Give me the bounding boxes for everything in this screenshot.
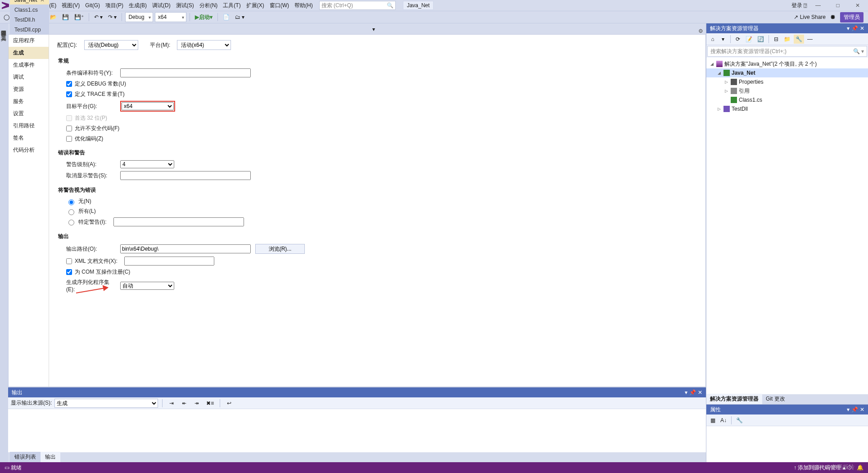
output-next-button[interactable]: ↠ bbox=[192, 398, 202, 408]
output-source-select[interactable]: 生成 bbox=[54, 399, 158, 408]
se-sync-button[interactable]: ⟳ bbox=[733, 35, 742, 44]
tab-output[interactable]: 输出 bbox=[41, 452, 60, 462]
panel-close-icon[interactable]: ✕ bbox=[698, 389, 702, 396]
output-path-input[interactable] bbox=[120, 244, 251, 253]
menu-工具(T)[interactable]: 工具(T) bbox=[220, 1, 243, 9]
window-close-button[interactable]: ✕ bbox=[849, 0, 866, 10]
sidenav-引用路径[interactable]: 引用路径 bbox=[9, 120, 49, 132]
tree-Properties[interactable]: ▷Properties bbox=[706, 77, 868, 86]
start-debug-button[interactable]: ▶ 启动 ▾ bbox=[193, 12, 214, 22]
doc-tab-TestDll.cpp[interactable]: TestDll.cpp bbox=[10, 24, 49, 34]
se-switch-view-button[interactable]: ▾ bbox=[719, 35, 728, 44]
menu-扩展(X)[interactable]: 扩展(X) bbox=[244, 1, 267, 9]
treat-specific-input[interactable] bbox=[113, 217, 244, 226]
tree-Java_Net[interactable]: ◢Java_Net bbox=[706, 68, 868, 77]
solution-explorer-search[interactable]: 搜索解决方案资源管理器(Ctrl+;) 🔍 ▾ bbox=[707, 46, 867, 57]
save-button[interactable]: 💾 bbox=[60, 12, 71, 22]
pp-categorize-button[interactable]: ▦ bbox=[708, 416, 717, 425]
window-maximize-button[interactable]: □ bbox=[829, 0, 846, 10]
menu-Git(G)[interactable]: Git(G) bbox=[82, 1, 103, 9]
undo-button[interactable]: ↶ ▾ bbox=[92, 12, 104, 22]
sidenav-应用程序[interactable]: 应用程序 bbox=[9, 35, 49, 47]
platform-combo[interactable]: x64 bbox=[155, 12, 186, 22]
sidenav-生成事件[interactable]: 生成事件 bbox=[9, 59, 49, 71]
se-show-all-button[interactable]: 📁 bbox=[782, 35, 792, 44]
sidenav-代码分析[interactable]: 代码分析 bbox=[9, 144, 49, 156]
menu-帮助(H)[interactable]: 帮助(H) bbox=[292, 1, 316, 9]
tree-Class1.cs[interactable]: Class1.cs bbox=[706, 95, 868, 104]
treat-none-radio[interactable]: 无(N) bbox=[66, 198, 697, 205]
output-prev-button[interactable]: ↞ bbox=[179, 398, 189, 408]
optimize-check[interactable]: 优化编码(Z) bbox=[66, 135, 697, 143]
sidenav-签名[interactable]: 签名 bbox=[9, 132, 49, 144]
se-collapse-button[interactable]: ⊟ bbox=[772, 35, 781, 44]
toolbar-btn-a[interactable]: 📄 bbox=[221, 12, 231, 22]
panel-pin-icon[interactable]: 📌 bbox=[689, 389, 696, 396]
tree-TestDll[interactable]: ▷TestDll bbox=[706, 104, 868, 113]
treat-all-radio[interactable]: 所有(L) bbox=[66, 207, 697, 215]
serialization-select[interactable]: 自动 bbox=[120, 282, 174, 290]
browse-button[interactable]: 浏览(R)... bbox=[255, 244, 305, 254]
pp-close-icon[interactable]: ✕ bbox=[860, 406, 864, 413]
se-properties-button[interactable]: 🔧 bbox=[794, 35, 804, 44]
tab-settings-icon[interactable]: ⚙ bbox=[698, 28, 703, 34]
tree-引用[interactable]: ▷引用 bbox=[706, 86, 868, 95]
menu-测试(S)[interactable]: 测试(S) bbox=[173, 1, 197, 9]
target-platform-select[interactable]: x64 bbox=[122, 102, 174, 110]
open-button[interactable]: 📂 bbox=[48, 12, 59, 22]
tree-解决方案"Java_Net"(2 个项目, 共 2 个)[interactable]: ◢解决方案"Java_Net"(2 个项目, 共 2 个) bbox=[706, 59, 868, 68]
solution-tree[interactable]: ◢解决方案"Java_Net"(2 个项目, 共 2 个)◢Java_Net▷P… bbox=[706, 58, 868, 394]
properties-grid[interactable] bbox=[706, 426, 868, 462]
doc-tab-Class1.cs[interactable]: Class1.cs bbox=[10, 5, 49, 14]
warn-level-select[interactable]: 4 bbox=[120, 160, 174, 168]
close-icon[interactable]: ✕ bbox=[40, 0, 45, 3]
panel-dropdown-icon[interactable]: ▾ bbox=[685, 389, 687, 396]
treat-specific-radio[interactable]: 特定警告(I): bbox=[66, 217, 697, 226]
define-debug-check[interactable]: 定义 DEBUG 常数(U) bbox=[66, 80, 697, 88]
pp-pin-icon[interactable]: 📌 bbox=[851, 406, 858, 413]
config-select[interactable]: 活动(Debug) bbox=[84, 40, 138, 50]
pp-dropdown-icon[interactable]: ▾ bbox=[847, 406, 850, 413]
se-refresh-button[interactable]: 🔄 bbox=[755, 35, 766, 44]
status-bell-icon[interactable]: 🔔 bbox=[857, 464, 863, 471]
menu-调试(D)[interactable]: 调试(D) bbox=[149, 1, 173, 9]
sidenav-生成[interactable]: 生成 bbox=[9, 47, 49, 59]
se-close-icon[interactable]: ✕ bbox=[860, 25, 864, 32]
search-box[interactable]: 搜索 (Ctrl+Q) 🔍 bbox=[319, 1, 396, 10]
menu-生成(B)[interactable]: 生成(B) bbox=[126, 1, 149, 9]
xml-doc-check[interactable]: XML 文档文件(X): bbox=[66, 257, 697, 266]
sidenav-服务[interactable]: 服务 bbox=[9, 95, 49, 108]
menu-分析(N)[interactable]: 分析(N) bbox=[197, 1, 221, 9]
com-register-check[interactable]: 为 COM 互操作注册(C) bbox=[66, 268, 697, 276]
se-home-button[interactable]: ⌂ bbox=[708, 35, 717, 44]
menu-窗口(W)[interactable]: 窗口(W) bbox=[267, 1, 292, 9]
tab-solution-explorer[interactable]: 解决方案资源管理器 bbox=[706, 394, 762, 404]
se-pending-button[interactable]: 📝 bbox=[744, 35, 754, 44]
output-goto-button[interactable]: ⇥ bbox=[167, 398, 176, 408]
doc-tab-TestDll.h[interactable]: TestDll.h bbox=[10, 14, 49, 24]
tab-dropdown-button[interactable]: ▾ bbox=[369, 24, 379, 34]
sidenav-调试[interactable]: 调试 bbox=[9, 71, 49, 83]
output-wrap-button[interactable]: ↩ bbox=[224, 398, 234, 408]
window-minimize-button[interactable]: ― bbox=[809, 0, 827, 10]
toolbar-btn-b[interactable]: 🗂 ▾ bbox=[233, 12, 246, 22]
se-pin-icon[interactable]: 📌 bbox=[851, 25, 858, 32]
config-combo[interactable]: Debug bbox=[125, 12, 153, 22]
menu-视图(V)[interactable]: 视图(V) bbox=[59, 1, 82, 9]
cond-input[interactable] bbox=[120, 68, 251, 77]
feedback-icon[interactable]: 🟓 bbox=[830, 14, 836, 20]
output-clear-button[interactable]: ✖≡ bbox=[204, 398, 216, 408]
menu-项目(P)[interactable]: 项目(P) bbox=[103, 1, 126, 9]
output-text-area[interactable] bbox=[8, 409, 706, 452]
status-source-control[interactable]: ↑ 添加到源代码管理 ▴ ◇ bbox=[794, 464, 852, 472]
allow-unsafe-check[interactable]: 允许不安全代码(F) bbox=[66, 125, 697, 132]
pp-wrench-button[interactable]: 🔧 bbox=[734, 416, 745, 425]
define-trace-check[interactable]: 定义 TRACE 常量(T) bbox=[66, 90, 697, 98]
sidenav-资源[interactable]: 资源 bbox=[9, 83, 49, 95]
se-dropdown-icon[interactable]: ▾ bbox=[847, 25, 850, 32]
login-link[interactable]: 登录 ⍰ bbox=[791, 2, 807, 9]
sidenav-设置[interactable]: 设置 bbox=[9, 108, 49, 120]
suppress-input[interactable] bbox=[120, 171, 251, 180]
pp-alpha-button[interactable]: A↓ bbox=[719, 416, 728, 425]
redo-button[interactable]: ↷ ▾ bbox=[106, 12, 118, 22]
